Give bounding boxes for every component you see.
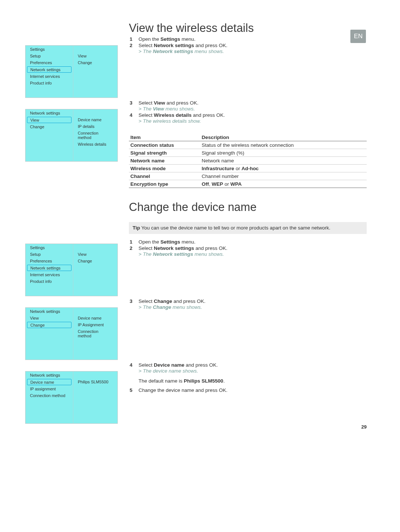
heading-change-device-name: Change the device name (129, 201, 367, 214)
menu-network-change: Network settings View Change Device name… (25, 307, 118, 360)
menu-item-selected: View (27, 117, 71, 123)
menu-item: Change (73, 59, 117, 66)
step-text: Open the Settings menu. (139, 36, 367, 42)
step-result: The Network settings menu shows. (139, 49, 367, 54)
menu-network-view: Network settings View Change Device name… (25, 109, 118, 162)
menu-item: Product info (26, 278, 73, 285)
menu-item: Change (73, 258, 117, 264)
step-number: 3 (129, 298, 139, 310)
menu-device-name: Network settings Device name IP assignme… (25, 371, 118, 424)
step-result: The device name shows. (139, 368, 367, 374)
step-number: 1 (129, 239, 139, 245)
step-text: Open the Settings menu. (139, 239, 367, 245)
step-result: The Change menu shows. (139, 304, 367, 310)
menu-item: Change (26, 123, 73, 130)
menu-item: Setup (26, 251, 73, 258)
menu-item-selected: Device name (27, 379, 71, 385)
menu-item: IP details (73, 123, 117, 130)
table-row: Connection statusStatus of the wireless … (129, 141, 367, 149)
menu-item-selected: Network settings (27, 66, 71, 73)
step-number: 2 (129, 43, 139, 54)
menu-item: IP assignment (26, 386, 73, 392)
step-text: Select Network settings and press OK. Th… (139, 245, 367, 257)
step-text: Select Change and press OK. The Change m… (139, 298, 367, 310)
menu-item: Internet services (26, 73, 73, 80)
step-number: 4 (129, 362, 139, 374)
note-text: The default name is Philips SLM5500. (129, 378, 367, 384)
page-number: 29 (361, 424, 367, 430)
menu-item: Preferences (26, 258, 73, 264)
menu-title: Settings (26, 46, 73, 53)
menu-item: Device name (73, 315, 117, 321)
step-text: Select Device name and press OK. The dev… (139, 362, 367, 374)
step-result: The View menu shows. (139, 106, 367, 112)
menu-title: Network settings (26, 109, 73, 116)
menu-item: View (26, 315, 73, 321)
menu-item: Wireless details (73, 141, 117, 148)
heading-view-wireless: View the wireless details (129, 22, 367, 35)
menu-item: Philips SLM5500 (73, 379, 117, 385)
step-result: The wireless details show. (139, 118, 367, 124)
wireless-details-table: ItemDescription Connection statusStatus … (129, 133, 367, 188)
table-row: Network nameNetwork name (129, 157, 367, 165)
language-tab: EN (350, 30, 366, 43)
table-row: Encryption typeOff, WEP or WPA (129, 180, 367, 188)
menu-item: Connection method (73, 328, 117, 339)
menu-item: View (73, 53, 117, 59)
table-header: Item (129, 133, 200, 141)
menu-item-selected: Change (27, 322, 71, 328)
menu-item: Internet services (26, 271, 73, 278)
step-number: 1 (129, 36, 139, 42)
menu-item: Connection method (73, 130, 117, 141)
table-row: Signal strengthSignal strength (%) (129, 149, 367, 157)
step-number: 5 (129, 387, 139, 393)
menu-item: View (73, 251, 117, 258)
menu-item-selected: Network settings (27, 265, 71, 271)
menu-item: Preferences (26, 59, 73, 66)
menu-title: Network settings (26, 308, 73, 315)
table-header: Description (200, 133, 367, 141)
table-row: ChannelChannel number (129, 172, 367, 180)
menu-item: IP Assignment (73, 321, 117, 328)
step-text: Select Wireless details and press OK. Th… (139, 112, 367, 124)
menu-item: Setup (26, 53, 73, 59)
step-number: 4 (129, 112, 139, 124)
menu-title: Settings (26, 244, 73, 251)
menu-settings-1: Settings Setup Preferences Network setti… (25, 45, 118, 98)
menu-item: Product info (26, 80, 73, 86)
step-text: Select Network settings and press OK. Th… (139, 43, 367, 54)
step-text: Change the device name and press OK. (139, 387, 367, 393)
step-number: 3 (129, 100, 139, 112)
step-text: Select View and press OK. The View menu … (139, 100, 367, 112)
step-result: The Network settings menu shows. (139, 251, 367, 257)
menu-item: Connection method (26, 392, 73, 399)
step-number: 2 (129, 245, 139, 257)
table-row: Wireless modeInfrastructure or Ad-hoc (129, 165, 367, 172)
menu-item: Device name (73, 116, 117, 123)
menu-title: Network settings (26, 371, 73, 379)
menu-settings-2: Settings Setup Preferences Network setti… (25, 244, 118, 296)
tip-box: Tip You can use the device name to tell … (129, 222, 367, 234)
